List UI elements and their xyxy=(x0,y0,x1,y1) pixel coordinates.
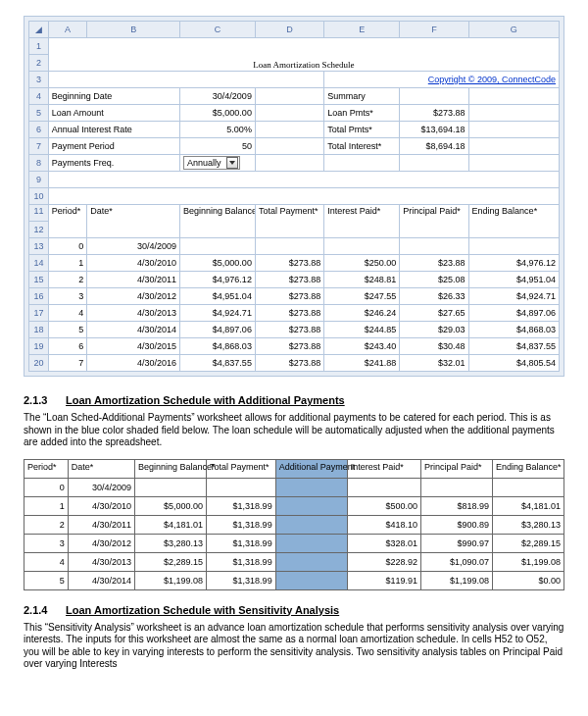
value: $8,694.18 xyxy=(400,138,468,155)
table-row: 14/30/2010$5,000.00$1,318.99$500.00$818.… xyxy=(24,496,564,515)
sched-row: 1964/30/2015$4,868.03$273.88$243.40$30.4… xyxy=(29,338,560,355)
row-header[interactable]: 1 xyxy=(29,38,49,55)
corner-cell[interactable]: ◢ xyxy=(29,22,49,38)
cell: $1,318.99 xyxy=(207,496,276,515)
col-label: Period* xyxy=(24,459,69,478)
table-row: 54/30/2014$1,199.08$1,318.99$119.91$1,19… xyxy=(24,571,564,589)
col-label: Date* xyxy=(68,459,134,478)
dropdown-value: Annually xyxy=(185,158,227,168)
row-header[interactable]: 17 xyxy=(29,305,49,322)
cell: $328.01 xyxy=(347,534,420,552)
row-header[interactable]: 15 xyxy=(29,272,49,288)
value[interactable]: 30/4/2009 xyxy=(179,88,255,105)
row-header[interactable]: 4 xyxy=(29,88,49,105)
table-row: 44/30/2013$2,289.15$1,318.99$228.92$1,09… xyxy=(24,552,564,571)
col-header[interactable]: E xyxy=(324,22,400,38)
table-row: 030/4/2009 xyxy=(24,478,564,496)
col-header[interactable]: C xyxy=(179,22,255,38)
section-214-heading: 2.1.4 Loan Amortization Schedule with Se… xyxy=(24,604,564,616)
row-header[interactable]: 2 xyxy=(29,55,49,72)
cell: $818.99 xyxy=(420,496,492,515)
section-213-heading: 2.1.3 Loan Amortization Schedule with Ad… xyxy=(24,394,564,406)
cell: 4/30/2012 xyxy=(68,534,134,552)
cell: $4,181.01 xyxy=(135,515,207,534)
cell: 4 xyxy=(24,552,69,571)
cell: 4/30/2010 xyxy=(68,496,134,515)
freq-dropdown[interactable]: Annually xyxy=(183,156,241,170)
cell: $228.92 xyxy=(347,552,420,571)
value[interactable]: $5,000.00 xyxy=(179,105,255,122)
cell: 1 xyxy=(24,496,69,515)
cell: 5 xyxy=(24,571,69,589)
cell: $1,199.08 xyxy=(492,552,564,571)
row-header[interactable]: 16 xyxy=(29,288,49,305)
label: Summary xyxy=(324,88,400,105)
cell: $0.00 xyxy=(492,571,564,589)
label: Loan Pmts* xyxy=(324,105,400,122)
section-number: 2.1.4 xyxy=(24,604,63,616)
cell xyxy=(420,478,492,496)
value[interactable]: 50 xyxy=(179,138,255,155)
table-row: 24/30/2011$4,181.01$1,318.99$418.10$900.… xyxy=(24,515,564,534)
row-header[interactable]: 6 xyxy=(29,122,49,138)
value: $273.88 xyxy=(400,105,468,122)
cell: $3,280.13 xyxy=(492,515,564,534)
col-label-additional: Additional Payment xyxy=(275,459,347,478)
row-header[interactable]: 18 xyxy=(29,322,49,338)
row-header[interactable]: 9 xyxy=(29,172,49,188)
cell: 4/30/2011 xyxy=(68,515,134,534)
col-header[interactable]: B xyxy=(87,22,180,38)
label: Payment Period xyxy=(48,138,179,155)
row-header[interactable]: 8 xyxy=(29,155,49,172)
sched-row: 1524/30/2011$4,976.12$273.88$248.81$25.0… xyxy=(29,272,560,288)
col-header[interactable]: D xyxy=(255,22,323,38)
col-header[interactable]: A xyxy=(48,22,87,38)
cell: $900.89 xyxy=(420,515,492,534)
col-label: Beginning Balance* xyxy=(179,205,255,238)
cell-additional xyxy=(275,571,347,589)
cell: $1,318.99 xyxy=(207,515,276,534)
row-header[interactable]: 10 xyxy=(29,188,49,205)
row-header[interactable]: 3 xyxy=(29,72,49,88)
cell: $500.00 xyxy=(347,496,420,515)
row-header[interactable]: 7 xyxy=(29,138,49,155)
col-label: Period* xyxy=(48,205,87,238)
cell: $1,199.08 xyxy=(420,571,492,589)
table-row: 34/30/2012$3,280.13$1,318.99$328.01$990.… xyxy=(24,534,564,552)
chevron-down-icon[interactable] xyxy=(226,157,238,169)
sched-row: 1634/30/2012$4,951.04$273.88$247.55$26.3… xyxy=(29,288,560,305)
row-header[interactable]: 20 xyxy=(29,355,49,372)
row-header[interactable]: 19 xyxy=(29,338,49,355)
cell: 0 xyxy=(24,478,69,496)
row-header[interactable]: 5 xyxy=(29,105,49,122)
col-label: Principal Paid* xyxy=(420,459,492,478)
cell: 2 xyxy=(24,515,69,534)
cell: $2,289.15 xyxy=(492,534,564,552)
cell: $1,090.07 xyxy=(420,552,492,571)
cell: $3,280.13 xyxy=(135,534,207,552)
row-header[interactable]: 11 xyxy=(29,205,49,222)
row-header[interactable]: 14 xyxy=(29,255,49,272)
label: Annual Interest Rate xyxy=(48,122,179,138)
col-header[interactable]: F xyxy=(400,22,468,38)
cell: $1,318.99 xyxy=(207,571,276,589)
spreadsheet-panel: ◢ A B C D E F G 1 Loan Amortization Sche… xyxy=(24,16,564,377)
col-label: Principal Paid* xyxy=(400,205,468,238)
cell: 4/30/2014 xyxy=(68,571,134,589)
row-header[interactable]: 13 xyxy=(29,238,49,255)
section-number: 2.1.3 xyxy=(24,394,63,406)
row-header[interactable]: 12 xyxy=(29,222,49,238)
label: Total Interest* xyxy=(324,138,400,155)
sched-row: 13030/4/2009 xyxy=(29,238,560,255)
section-214-body: This “Sensitivity Analysis” worksheet is… xyxy=(24,622,564,671)
cell xyxy=(347,478,420,496)
sheet-title: Loan Amortization Schedule xyxy=(48,38,559,72)
cell: $5,000.00 xyxy=(135,496,207,515)
col-header[interactable]: G xyxy=(468,22,559,38)
value[interactable]: 5.00% xyxy=(179,122,255,138)
col-header-row: ◢ A B C D E F G xyxy=(29,22,560,38)
label: Payments Freq. xyxy=(48,155,179,172)
copyright-link[interactable]: Copyright © 2009, ConnectCode xyxy=(324,72,560,88)
cell-additional xyxy=(275,515,347,534)
cell-additional xyxy=(275,552,347,571)
